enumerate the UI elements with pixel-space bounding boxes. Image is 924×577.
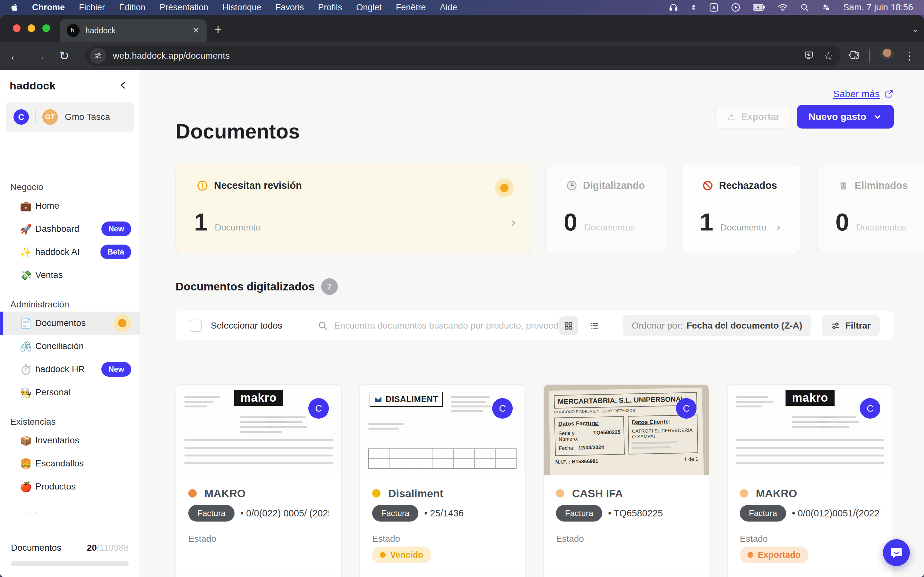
sidebar-item-personal[interactable]: 🧑‍🍳 Personal: [0, 381, 140, 404]
menu-onglet[interactable]: Onglet: [356, 3, 382, 13]
apple-logo-icon[interactable]: [11, 3, 18, 11]
learn-more-link[interactable]: Saber más: [833, 89, 894, 99]
grid-view-button[interactable]: [559, 316, 578, 335]
sidebar-item-haddock-ai[interactable]: ✨ haddock AI Beta: [0, 240, 140, 263]
export-button[interactable]: Exportar: [716, 105, 790, 129]
chat-widget-button[interactable]: [883, 539, 910, 566]
control-center-icon[interactable]: [821, 3, 831, 12]
bluetooth-icon[interactable]: [690, 3, 697, 12]
apple-icon: 🍎: [20, 481, 35, 492]
supplier-name: CASH IFA: [572, 487, 623, 500]
download-icon: [726, 112, 736, 121]
document-card[interactable]: makro C MAKRO: [727, 384, 893, 577]
supplier-name: MAKRO: [756, 487, 797, 500]
clock-icon: [566, 180, 577, 191]
sidebar-collapse-icon[interactable]: [118, 81, 128, 91]
venue-avatar[interactable]: GT: [42, 109, 58, 125]
select-all-label[interactable]: Seleccionar todos: [211, 321, 282, 331]
forward-button[interactable]: →: [34, 49, 46, 63]
sidebar-item-escandallos[interactable]: 🍔 Escandallos: [0, 452, 140, 475]
menu-aide[interactable]: Aide: [440, 3, 457, 13]
url-text[interactable]: web.haddock.app/documents: [113, 51, 804, 61]
list-heading: Documentos digitalizados 7: [176, 278, 338, 295]
select-all-checkbox[interactable]: [190, 319, 202, 332]
sidebar: haddock C GT Gmo Tasca Negocio 💼: [0, 70, 140, 577]
status-dot: [380, 552, 386, 558]
back-button[interactable]: ←: [9, 49, 21, 63]
stat-card-rechazados[interactable]: Rechazados 1 Documento ›: [681, 164, 802, 253]
window-controls[interactable]: [13, 24, 50, 32]
menubar-clock[interactable]: Sam. 7 juin 18:56: [843, 2, 913, 13]
menu-edition[interactable]: Édition: [119, 3, 145, 13]
document-icon: 📄: [20, 318, 35, 329]
address-bar[interactable]: web.haddock.app/documents ☆: [86, 45, 841, 66]
battery-icon[interactable]: [753, 3, 766, 11]
menu-profils[interactable]: Profils: [318, 3, 342, 13]
menu-favoris[interactable]: Favoris: [276, 3, 304, 13]
search-input[interactable]: [334, 320, 559, 331]
doc-type-badge: Factura: [188, 505, 234, 522]
tab-close-icon[interactable]: ✕: [192, 25, 200, 35]
bookmark-star-icon[interactable]: ☆: [824, 49, 833, 62]
company-avatar[interactable]: C: [13, 109, 29, 125]
menu-presentation[interactable]: Présentation: [160, 3, 208, 13]
workspace-name: Gmo Tasca: [65, 112, 110, 122]
keyboard-layout-icon[interactable]: A: [709, 3, 719, 12]
zoom-window-button[interactable]: [42, 24, 50, 32]
sidebar-item-conciliacion[interactable]: 🖇️ Conciliación: [0, 335, 140, 358]
extensions-icon[interactable]: [849, 50, 859, 61]
status-badge-exportado: Exportado: [740, 546, 809, 563]
stat-card-necesitan-revision[interactable]: Necesitan revisión 1 Documento ›: [176, 164, 530, 253]
profile-avatar[interactable]: [880, 48, 895, 63]
browser-tab[interactable]: h. haddock ✕: [60, 19, 207, 42]
headset-icon[interactable]: [669, 3, 678, 12]
doc-number: • 25/1436: [424, 508, 464, 519]
site-settings-icon[interactable]: [90, 48, 106, 64]
workspace-switcher[interactable]: C GT Gmo Tasca: [6, 102, 134, 132]
sidebar-item-inventarios[interactable]: 📦 Inventarios: [0, 429, 140, 452]
document-card[interactable]: MERCARTABRIA, S.L. UNIPERSONAL POLIGONO …: [543, 384, 709, 577]
document-thumbnail[interactable]: DISALIMENT C: [360, 385, 525, 475]
spotlight-search-icon[interactable]: [800, 3, 809, 12]
brand-logo: haddock: [10, 79, 55, 92]
document-thumbnail[interactable]: MERCARTABRIA, S.L. UNIPERSONAL POLIGONO …: [544, 385, 709, 475]
menu-fenetre[interactable]: Fenêtre: [396, 3, 426, 13]
filter-button[interactable]: Filtrar: [822, 315, 880, 336]
menu-fichier[interactable]: Fichier: [79, 3, 105, 13]
wifi-icon[interactable]: [778, 3, 788, 11]
sidebar-item-dashboard[interactable]: 🚀 Dashboard New: [0, 218, 140, 240]
menu-chrome[interactable]: Chrome: [32, 3, 65, 13]
sidebar-item-haddock-hr[interactable]: ⏱️ haddock HR New: [0, 358, 140, 381]
list-view-button[interactable]: [585, 316, 604, 335]
sidebar-item-ventas[interactable]: 💸 Ventas: [0, 263, 140, 287]
makro-logo: makro: [785, 390, 835, 406]
tab-search-icon[interactable]: ⌄: [911, 23, 919, 34]
chevron-right-icon[interactable]: ›: [776, 221, 780, 233]
sidebar-item-documentos[interactable]: 📄 Documentos: [0, 311, 140, 335]
menu-historique[interactable]: Historique: [222, 3, 262, 13]
close-window-button[interactable]: [13, 24, 21, 32]
sliders-icon: [830, 321, 840, 330]
new-expense-button[interactable]: Nuevo gasto: [797, 105, 894, 129]
chrome-menu-icon[interactable]: ⋮: [904, 50, 915, 61]
reload-button[interactable]: ↻: [59, 49, 69, 63]
playback-icon[interactable]: [731, 3, 740, 12]
minimize-window-button[interactable]: [27, 24, 35, 32]
new-tab-button[interactable]: +: [214, 23, 222, 36]
rocket-icon: 🚀: [20, 223, 35, 235]
sort-dropdown[interactable]: Ordenar por: Fecha del documento (Z-A): [623, 315, 811, 336]
chevron-right-icon[interactable]: ›: [511, 215, 515, 229]
document-card[interactable]: DISALIMENT C Disaliment: [359, 384, 525, 577]
pending-dot-badge: [113, 314, 131, 332]
install-app-icon[interactable]: [804, 50, 814, 61]
document-thumbnail[interactable]: makro C: [728, 385, 893, 475]
macos-menubar: Chrome Fichier Édition Présentation Hist…: [0, 0, 924, 15]
document-card[interactable]: makro C MAKRO: [176, 384, 342, 577]
sidebar-item-productos[interactable]: 🍎 Productos: [0, 475, 140, 498]
sidebar-item-home[interactable]: 💼 Home: [0, 194, 140, 218]
browser-window: h. haddock ✕ + ⌄ ← → ↻ web.haddock.app/d…: [0, 15, 924, 577]
warning-icon: [197, 180, 208, 191]
section-administracion: Administración: [0, 298, 140, 311]
document-thumbnail[interactable]: makro C: [176, 385, 341, 475]
section-suministros: Suministros: [0, 509, 140, 513]
